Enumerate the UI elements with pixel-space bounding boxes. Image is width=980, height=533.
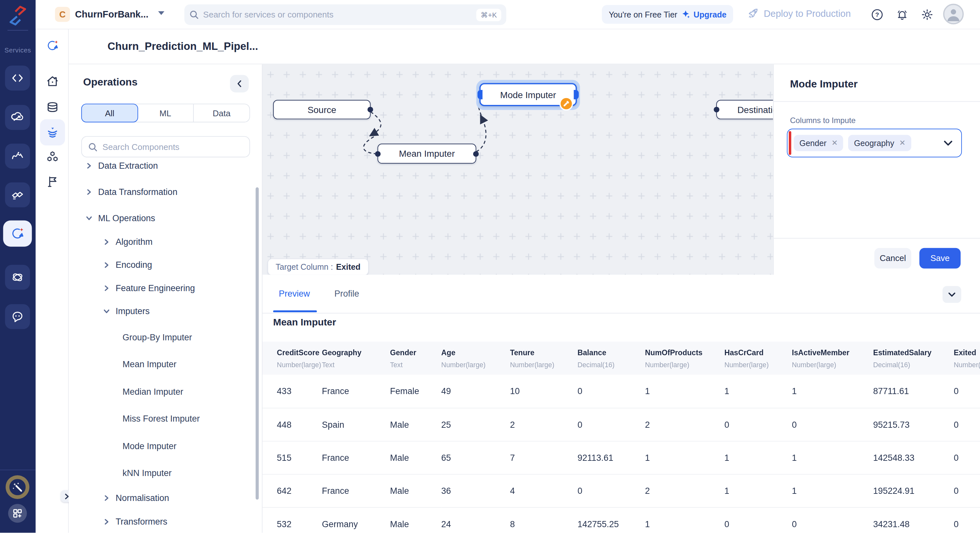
tree-item-algorithm[interactable]: Algorithm [103,234,153,249]
tree-item-mean-imputer[interactable]: Mean Imputer [123,357,177,371]
service-code[interactable] [5,65,30,90]
remove-chip-icon[interactable]: ✕ [899,139,905,148]
node-destination[interactable]: Destination [716,100,773,119]
collapse-preview-button[interactable] [942,286,961,303]
column-header-hascrcard[interactable]: HasCrCardNumber(large) [724,342,792,374]
nav-pipelines-active[interactable] [40,119,65,145]
service-assistant[interactable] [5,304,30,329]
input-port[interactable] [477,90,482,99]
tree-item-label: Mode Imputer [123,441,177,451]
input-port[interactable] [375,151,380,156]
column-header-gender[interactable]: GenderText [390,342,441,374]
table-row[interactable]: 515FranceMale65792113.61111142548.330 [262,441,980,474]
column-type: Number(large) [441,361,506,368]
table-row[interactable]: 448SpainMale252020095215.730 [262,408,980,441]
cancel-button[interactable]: Cancel [874,248,911,269]
tree-item-transformers[interactable]: Transformers [103,514,167,529]
tree-item-label: kNN Imputer [123,468,172,477]
app-home-logo[interactable] [46,39,59,52]
tree-item-group-by-imputer[interactable]: Group-By Imputer [123,330,192,344]
tree-item-imputers[interactable]: Imputers [103,303,150,318]
table-cell: 25 [441,408,510,441]
service-orbit[interactable] [5,265,30,290]
node-source[interactable]: Source [273,100,371,119]
node-mean-imputer[interactable]: Mean Imputer [377,144,476,164]
tree-item-data-transformation[interactable]: Data Transformation [86,184,177,199]
ops-tab-all[interactable]: All [81,104,138,122]
column-type: Number(large) [724,361,788,368]
settings-button[interactable] [921,9,933,21]
tab-preview[interactable]: Preview [279,289,310,298]
column-header-geography[interactable]: GeographyText [322,342,390,374]
service-cloud[interactable] [5,105,30,130]
service-active-studio[interactable] [3,220,32,247]
apps-add-button[interactable] [8,504,27,523]
column-header-isactivemember[interactable]: IsActiveMemberNumber(large) [792,342,873,374]
table-cell: 0 [578,408,645,441]
input-port[interactable] [714,107,719,113]
nav-flags[interactable] [46,175,59,189]
pipeline-canvas[interactable]: Source Mean Imputer Mode Imputer Destina… [262,65,773,275]
scrollbar-thumb[interactable] [256,187,259,500]
column-header-age[interactable]: AgeNumber(large) [441,342,510,374]
column-header-creditscore[interactable]: CreditScoreNumber(large) [262,342,322,374]
column-name: Tenure [510,348,574,357]
global-search-input[interactable]: Search for services or components ⌘+K [185,4,506,25]
tree-item-median-imputer[interactable]: Median Imputer [123,384,183,399]
tab-profile[interactable]: Profile [334,289,360,298]
nav-home[interactable] [46,74,59,88]
tree-item-normalisation[interactable]: Normalisation [103,490,169,505]
column-name: IsActiveMember [792,348,869,357]
tree-item-feature-engineering[interactable]: Feature Engineering [103,281,195,295]
notifications-button[interactable] [896,9,908,21]
table-cell: 0 [792,507,873,533]
component-search-input[interactable]: Search Components [81,136,250,157]
help-button[interactable]: ? [871,9,883,21]
tree-item-data-extraction[interactable]: Data Extraction [86,158,158,173]
column-type: Number(large) [510,361,574,368]
table-row[interactable]: 532GermanyMale248142755.2510034231.480 [262,507,980,533]
table-cell: 7 [510,441,578,474]
ops-tab-ml[interactable]: ML [137,104,194,122]
column-header-numofproducts[interactable]: NumOfProductsNumber(large) [645,342,724,374]
table-cell: 515 [262,441,322,474]
nav-models[interactable] [46,150,59,163]
columns-to-impute-select[interactable]: Gender✕Geography✕ [787,128,962,157]
remove-chip-icon[interactable]: ✕ [832,139,838,148]
output-port[interactable] [368,107,373,113]
upgrade-link[interactable]: Upgrade [694,10,727,19]
column-header-estimatedsalary[interactable]: EstimatedSalaryDecimal(16) [873,342,954,374]
service-layers[interactable] [5,182,30,207]
column-header-balance[interactable]: BalanceDecimal(16) [578,342,645,374]
table-cell: 92113.61 [578,441,645,474]
tree-item-mode-imputer[interactable]: Mode Imputer [123,438,177,453]
tree-item-knn-imputer[interactable]: kNN Imputer [123,465,172,480]
project-avatar: C [55,7,70,22]
node-mode-imputer[interactable]: Mode Imputer [479,83,577,106]
tree-item-label: Median Imputer [123,387,183,397]
deploy-to-production-button[interactable]: Deploy to Production [748,8,851,19]
column-type: Text [322,361,386,368]
user-avatar[interactable] [943,4,964,25]
tree-item-miss-forest-imputer[interactable]: Miss Forest Imputer [123,411,200,426]
magic-wand-button[interactable] [5,475,29,499]
column-header-exited[interactable]: ExitedNumber(large) [954,342,980,374]
project-name[interactable]: ChurnForBank... [75,9,148,19]
table-row[interactable]: 433FranceFemale4910011187711.610 [262,374,980,408]
collapse-panel-button[interactable] [230,75,249,92]
config-save-button[interactable]: Save [920,248,961,269]
chevron-down-icon[interactable] [944,141,953,146]
service-signature[interactable] [5,144,30,169]
tree-item-encoding[interactable]: Encoding [103,257,152,272]
chevron-right-icon [86,188,92,195]
configured-badge [559,97,573,110]
column-header-tenure[interactable]: TenureNumber(large) [510,342,578,374]
table-cell: 4 [510,474,578,507]
tree-item-ml-operations[interactable]: ML Operations [86,211,155,225]
ops-tab-data[interactable]: Data [194,104,250,122]
table-row[interactable]: 642FranceMale3640211195224.910 [262,474,980,507]
output-port[interactable] [574,90,579,99]
project-dropdown-caret[interactable] [158,11,164,15]
output-port[interactable] [473,151,479,156]
nav-datasets[interactable] [46,101,59,115]
